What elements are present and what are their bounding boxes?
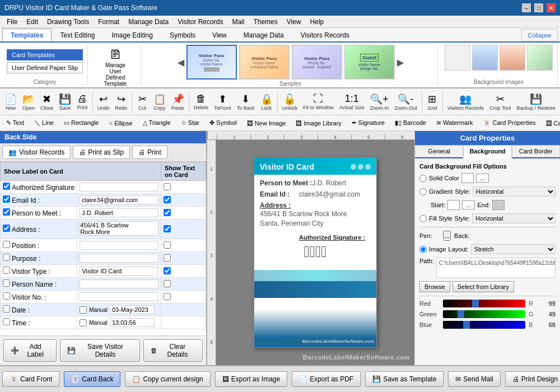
ribbon-tab-view[interactable]: View: [204, 29, 235, 41]
field-check1-5[interactable]: [3, 254, 10, 261]
fill-style-select[interactable]: Horizontal: [472, 213, 556, 223]
bg-image-1[interactable]: [445, 45, 470, 71]
toolbar-btn-redo[interactable]: ↪Redo: [113, 91, 130, 113]
tab-general[interactable]: General: [415, 145, 463, 157]
bg-image-2[interactable]: [472, 45, 498, 71]
menu-item-mail[interactable]: Mail: [227, 17, 249, 27]
toolbar-btn-close[interactable]: ✖Close: [38, 91, 55, 113]
gradient-start-pick[interactable]: ...: [462, 200, 475, 209]
visitor-records-button[interactable]: 👥 Visitor Records: [2, 146, 71, 159]
tab-background[interactable]: Background: [463, 145, 511, 158]
field-check1-8[interactable]: [3, 292, 10, 300]
template-card-3[interactable]: Visitor Pass Phone No. Issued Expired: [292, 45, 342, 80]
layout-select[interactable]: Stretch: [471, 244, 556, 254]
draw-tool-cardproperties[interactable]: 🃏 Card Properties: [479, 118, 539, 128]
field-check2-7[interactable]: [164, 280, 171, 287]
toolbar-btn-cut[interactable]: ✂Cut: [134, 91, 150, 113]
close-button[interactable]: ✕: [547, 3, 556, 12]
bottom-btn-print-design[interactable]: 🖨 Print Design: [505, 371, 560, 387]
field-check2-5[interactable]: [164, 254, 171, 262]
browse-button[interactable]: Browse: [419, 281, 450, 292]
menu-item-manage-data[interactable]: Manage Data: [124, 17, 173, 27]
field-check1-6[interactable]: [3, 267, 10, 274]
field-manual-10[interactable]: [80, 319, 87, 326]
bg-image-4[interactable]: [527, 45, 553, 71]
field-input-9[interactable]: [110, 305, 155, 314]
menu-item-file[interactable]: File: [2, 17, 22, 27]
menu-item-format[interactable]: Format: [94, 17, 124, 27]
field-check2-6[interactable]: [164, 267, 171, 274]
draw-tool-star[interactable]: ☆ Star: [177, 118, 203, 128]
samples-next-arrow[interactable]: ▶: [395, 57, 406, 68]
clear-details-button[interactable]: 🗑 Clear Details: [143, 339, 203, 362]
toolbar-btn-open[interactable]: 📂Open: [20, 91, 37, 113]
bottom-btn-copy-current-design[interactable]: 📋 Copy current design: [125, 371, 210, 387]
menu-item-view[interactable]: View: [282, 17, 306, 27]
ribbon-tab-text-editing[interactable]: Text Editing: [52, 29, 103, 41]
menu-item-edit[interactable]: Edit: [22, 17, 43, 27]
add-label-button[interactable]: ➕ Add Label: [3, 339, 57, 362]
solid-color-pick-button[interactable]: ...: [476, 174, 489, 183]
toolbar-btn-print[interactable]: 🖨Print: [74, 91, 90, 112]
toolbar-btn-new[interactable]: 📄New: [2, 91, 19, 113]
gradient-start-color[interactable]: [447, 200, 460, 210]
draw-tool-signature[interactable]: ✒ Signature: [348, 118, 389, 128]
toolbar-btn-to-back[interactable]: ⬇To Back: [235, 91, 257, 113]
red-slider[interactable]: [443, 300, 525, 307]
field-check1-9[interactable]: [3, 305, 10, 312]
tab-card-border[interactable]: Card Border: [512, 145, 560, 157]
toolbar-btn-fit-to-window[interactable]: ⛶Fit to Window: [301, 91, 336, 112]
toolbar-btn-delete[interactable]: 🗑Delete: [192, 91, 211, 112]
gradient-radio[interactable]: [419, 188, 427, 195]
toolbar-btn-lock[interactable]: 🔒Lock: [258, 91, 275, 113]
field-check2-2[interactable]: [164, 209, 171, 216]
save-visitor-details-button[interactable]: 💾 Save Visitor Details: [60, 339, 139, 362]
draw-tool-watermark[interactable]: ≋ Watermark: [432, 118, 477, 128]
toolbar-btn-crop-tool[interactable]: ✂Crop Tool: [487, 91, 513, 113]
ribbon-tab-symbols[interactable]: Symbols: [161, 29, 204, 41]
toolbar-btn-grid[interactable]: ⊞Grid: [424, 91, 440, 113]
field-check2-1[interactable]: [164, 196, 171, 203]
bottom-btn-export-as-image[interactable]: 🖼 Export as Image: [215, 371, 287, 387]
bg-image-3[interactable]: [500, 45, 525, 71]
field-textarea-3[interactable]: 456/41 B Scarlow Rock More: [80, 221, 158, 236]
field-check2-4[interactable]: [164, 241, 171, 249]
toolbar-btn-actual-size[interactable]: 1:1Actual Size: [337, 91, 367, 112]
toolbar-btn-undo[interactable]: ↩Undo: [95, 91, 112, 113]
toolbar-btn-zoom-out[interactable]: 🔍-Zoom-Out: [392, 91, 419, 113]
samples-prev-arrow[interactable]: ◀: [175, 57, 186, 68]
field-input-2[interactable]: [80, 208, 158, 217]
bottom-btn-send-mail[interactable]: ✉ Send Mail: [448, 371, 500, 387]
template-card-4[interactable]: Guest Visitor Name Badge No.: [344, 45, 395, 80]
field-input-7[interactable]: [80, 279, 158, 288]
field-input-4[interactable]: [80, 241, 158, 250]
print-as-slip-button[interactable]: 🖨 Print as Slip: [73, 146, 130, 159]
draw-tool-symbol[interactable]: ✤ Symbol: [206, 118, 241, 128]
category-btn-0[interactable]: Card Templates: [7, 49, 83, 60]
field-check1-0[interactable]: [3, 183, 10, 190]
ribbon-tab-visitors-records[interactable]: Visitors Records: [292, 29, 358, 41]
draw-tool-cardbackground[interactable]: 🖼 Card Background: [542, 118, 560, 128]
draw-tool-imagelibrary[interactable]: 🖼 Image Library: [292, 118, 345, 128]
bottom-btn-card-front[interactable]: 🃏 Card Front: [2, 371, 59, 387]
template-card-1[interactable]: Visitor Pass Visitor No. Visitor Name: [186, 45, 237, 80]
solid-color-radio[interactable]: [419, 175, 427, 182]
toolbar-btn-copy[interactable]: 📋Copy: [151, 91, 168, 113]
draw-tool-text[interactable]: ✎ Text: [2, 118, 28, 128]
field-check2-3[interactable]: [164, 225, 171, 232]
draw-tool-newimage[interactable]: 🖼 New Image: [243, 118, 290, 128]
field-input-0[interactable]: [80, 183, 158, 192]
toolbar-btn-tofront[interactable]: ⬆ToFront: [212, 91, 234, 113]
minimize-button[interactable]: –: [522, 3, 531, 12]
bottom-btn-card-back[interactable]: 🃏 Card Back: [64, 371, 120, 387]
field-check1-10[interactable]: [3, 318, 10, 325]
field-manual-9[interactable]: [80, 306, 87, 314]
field-check1-7[interactable]: [3, 279, 10, 287]
draw-tool-triangle[interactable]: △ Triangle: [139, 118, 175, 128]
ribbon-tab-templates[interactable]: Templates: [2, 29, 52, 41]
blue-slider[interactable]: [443, 321, 525, 329]
toolbar-btn-backup--restore[interactable]: 💾Backup / Restore: [514, 91, 557, 113]
template-card-2[interactable]: Visitor Pass Visitor Name Company Name: [239, 45, 290, 80]
solid-color-box[interactable]: [461, 173, 474, 183]
toolbar-btn-zoom-in[interactable]: 🔍+Zoom-In: [368, 91, 391, 113]
